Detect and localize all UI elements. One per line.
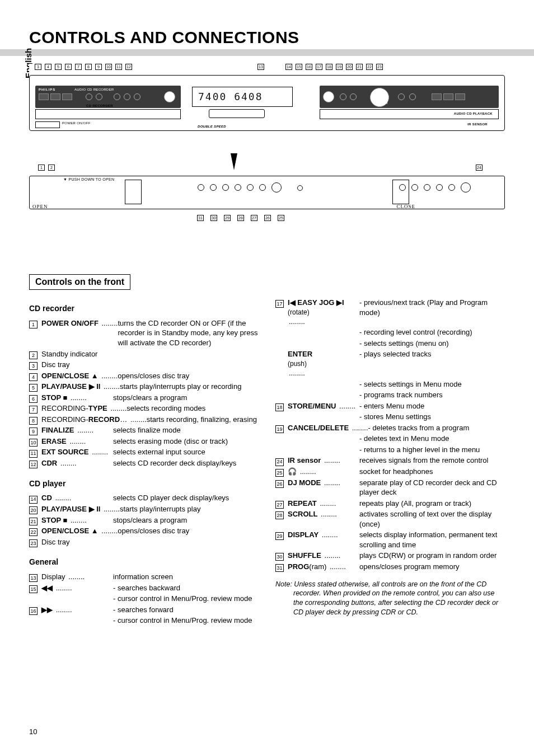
leader-dots: ........ — [101, 372, 118, 380]
power-button — [35, 121, 60, 128]
leader-dots: ........ — [69, 437, 86, 445]
recorder-disc-tray: CD RECORDER — [35, 109, 181, 119]
leader-dots: ........ — [289, 369, 305, 377]
control-entry: - cursor control in Menu/Prog. review mo… — [29, 594, 259, 604]
callout-14: 14 — [285, 64, 292, 70]
callout-ref-9: 9 — [29, 428, 38, 435]
callout-ref-4: 4 — [29, 373, 38, 381]
leader-dots: ........ — [352, 424, 368, 432]
knob-ext-source — [134, 93, 140, 100]
callout-8: 8 — [85, 64, 92, 70]
control-entry: 27REPEAT ........repeats play (All, prog… — [275, 499, 505, 509]
control-entry: 28SCROLL ........activates scrolling of … — [275, 509, 505, 529]
header-band — [0, 49, 534, 56]
rec-label: AUDIO CD RECORDER — [74, 88, 114, 91]
control-entry: 13Display ........information screen — [29, 572, 259, 582]
knob-cd — [323, 91, 334, 102]
callout-ref-11: 11 — [29, 450, 38, 458]
callout-16: 16 — [306, 64, 312, 70]
enter-label: ENTER — [376, 101, 388, 105]
control-entry: - cursor control in Menu/Prog. review mo… — [29, 616, 259, 626]
control-entry: 4OPEN/CLOSE ▲ ........opens/closes disc … — [29, 371, 259, 381]
callout-ref-19: 19 — [275, 425, 284, 433]
push-down-label: ▼ PUSH DOWN TO OPEN — [63, 177, 114, 181]
leader-dots: ........ — [77, 426, 93, 434]
cd-recorder-label: CD RECORDER — [86, 104, 113, 107]
aux-knob-4 — [436, 184, 443, 191]
control-entry: 29DISPLAY ........selects display inform… — [275, 530, 505, 550]
callout-ref-30: 30 — [275, 553, 284, 561]
control-entry: 9FINALIZE ........selects finalize mode — [29, 425, 259, 435]
knob-shuffle — [210, 184, 217, 191]
display-sub-panel — [209, 109, 265, 118]
callout-ref-22: 22 — [29, 528, 38, 536]
control-entry: 19CANCEL/DELETE ........- deletes tracks… — [275, 423, 505, 433]
callout-ref-21: 21 — [29, 518, 38, 525]
callout-ref-8: 8 — [29, 417, 38, 425]
callout-ref-31: 31 — [275, 564, 284, 572]
right-hinge — [392, 180, 409, 204]
player-controls-strip: EASY JOG ENTER — [320, 86, 499, 108]
callout-ref-28: 28 — [275, 511, 284, 519]
callout-15: 15 — [296, 64, 302, 70]
cd-recorder-heading: CD recorder — [29, 303, 259, 314]
callout-17: 17 — [316, 64, 322, 70]
callout-1: 1 — [38, 165, 45, 171]
callout-27: 27 — [251, 215, 257, 221]
control-entry: - recording level control (recording) — [275, 327, 505, 337]
display-screen: 7400 6408 — [192, 87, 293, 107]
callout-ref-17: 17 — [275, 300, 284, 308]
control-entry: 12CDR ........selects CD recorder deck d… — [29, 458, 259, 468]
headphone-jack — [297, 185, 303, 191]
leader-dots: ........ — [289, 317, 305, 326]
audio-playback-label: AUDIO CD PLAYBACK — [454, 112, 493, 115]
control-entry: 31PROG(ram) ........opens/closes program… — [275, 562, 505, 572]
callout-ref-23: 23 — [29, 539, 38, 547]
aux-knob-5 — [448, 184, 455, 191]
callout-11: 11 — [115, 64, 122, 70]
aux-knob-2 — [411, 184, 418, 191]
control-entry: 16▶▶ ........- searches forward — [29, 605, 259, 615]
leader-dots: ........ — [56, 605, 72, 614]
control-entry: 23Disc tray — [29, 537, 259, 547]
leader-dots: ........ — [320, 499, 336, 508]
leader-dots: ........ — [339, 402, 355, 410]
callout-30: 30 — [210, 215, 217, 221]
callout-ref-2: 2 — [29, 351, 38, 359]
control-entry: - selects settings in Menu mode — [275, 379, 505, 389]
control-entry: 22OPEN/CLOSE ▲ ........opens/closes disc… — [29, 526, 259, 536]
callout-ref-15: 15 — [29, 585, 38, 593]
btn-rev — [340, 93, 346, 100]
callout-13: 13 — [257, 64, 264, 70]
knob-record — [96, 93, 102, 100]
callout-ref-20: 20 — [29, 506, 38, 514]
knob-display — [222, 184, 229, 191]
cd-player-heading: CD player — [29, 478, 259, 489]
control-entry: - returns to a higher level in the menu — [275, 445, 505, 455]
aux-big-knob — [461, 182, 471, 192]
close-label: CLOSE — [396, 204, 415, 209]
callout-29: 29 — [224, 215, 231, 221]
page-number: 10 — [29, 727, 37, 736]
btn-fwd — [350, 93, 357, 100]
callout-25: 25 — [278, 215, 284, 221]
leader-dots: ........ — [104, 382, 120, 391]
callout-row-top-mid: 13 — [257, 64, 264, 70]
display-readout: 7400 6408 — [198, 91, 263, 102]
front-panel-outline: PHILIPS AUDIO CD RECORDER CD RECORDER — [29, 75, 505, 131]
leader-dots: ........ — [56, 584, 72, 592]
callout-ref-6: 6 — [29, 395, 38, 403]
control-entry: 14CD ........selects CD player deck disp… — [29, 493, 259, 503]
callout-ref-18: 18 — [275, 403, 284, 411]
callout-3: 3 — [35, 64, 41, 70]
power-label: POWER ON/OFF — [62, 121, 91, 125]
leader-dots: ........ — [104, 505, 120, 513]
control-entry: 1POWER ON/OFF ........turns the CD recor… — [29, 318, 259, 348]
btn-play-pause — [50, 93, 60, 100]
knob-repeat — [247, 184, 254, 191]
knob-cdr — [164, 91, 175, 102]
callout-20: 20 — [346, 64, 353, 70]
knob-erase — [124, 93, 130, 100]
callout-ref-14: 14 — [29, 496, 38, 504]
cd-player-list: 14CD ........selects CD player deck disp… — [29, 493, 259, 547]
